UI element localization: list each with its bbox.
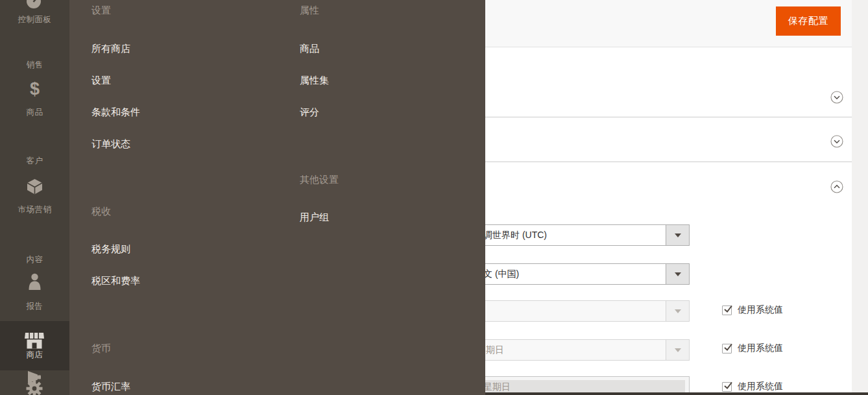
sidebar-item-dashboard[interactable]: 控制面板 [0,0,69,38]
flyout-item-customer-groups[interactable]: 用户组 [300,210,329,224]
chevron-up-icon[interactable] [830,180,843,193]
dropdown-arrow-icon[interactable] [666,301,689,321]
flyout-section-title-currency: 货币 [91,341,111,355]
scrollbar[interactable] [852,0,868,395]
sidebar-item-stores[interactable]: 商店 [0,321,69,370]
save-config-button[interactable]: 保存配置 [776,6,841,36]
use-system-value-row: 使用系统值 [722,305,783,315]
flyout-item-attribute-set[interactable]: 属性集 [300,73,329,88]
sidebar-item-sales[interactable]: $ 销售 [0,39,69,77]
use-system-value-row: 使用系统值 [722,343,783,353]
dropdown-arrow-icon[interactable] [666,225,689,245]
flyout-item-tax-rules[interactable]: 税务规则 [91,242,130,256]
dropdown-arrow-icon[interactable] [666,264,689,284]
flyout-section-title-other-settings: 其他设置 [300,173,339,187]
use-system-value-row: 使用系统值 [722,381,783,392]
sidebar-item-reports[interactable]: 报告 [0,283,69,320]
sidebar-item-system[interactable] [0,375,69,395]
sidebar-item-marketing[interactable]: 市场营销 [0,185,69,222]
flyout-section-title-settings: 设置 [91,3,111,18]
dropdown-arrow-icon[interactable] [666,340,689,360]
flyout-item-configuration[interactable]: 设置 [91,73,111,88]
flyout-item-all-stores[interactable]: 所有商店 [91,42,130,56]
sidebar-item-customers[interactable]: 客户 [0,136,69,174]
flyout-item-order-status[interactable]: 订单状态 [91,137,130,151]
use-system-value-checkbox[interactable] [722,305,732,315]
sidebar-item-content[interactable]: 内容 [0,233,69,271]
stores-flyout-menu: 设置 所有商店 设置 条款和条件 订单状态 税收 税务规则 税区和费率 货币 货… [69,0,485,395]
sidebar-item-products[interactable]: 商品 [0,88,69,125]
use-system-value-checkbox[interactable] [722,344,732,353]
flyout-item-tax-zones-and-rates[interactable]: 税区和费率 [91,274,140,288]
flyout-item-terms-and-conditions[interactable]: 条款和条件 [91,105,140,119]
flyout-item-currency-rates[interactable]: 货币汇率 [91,379,130,394]
flyout-section-title-taxes: 税收 [91,204,111,219]
gear-icon [25,379,43,395]
use-system-value-label: 使用系统值 [738,342,783,354]
chevron-down-icon[interactable] [830,135,843,148]
use-system-value-label: 使用系统值 [738,304,783,316]
use-system-value-label: 使用系统值 [738,381,783,392]
flyout-item-product[interactable]: 商品 [300,42,319,56]
flyout-item-rating[interactable]: 评分 [300,105,319,119]
use-system-value-checkbox[interactable] [722,382,732,392]
chevron-down-icon[interactable] [830,91,843,104]
flyout-section-title-attributes: 属性 [300,3,319,18]
admin-sidebar: 控制面板 $ 销售 商品 客户 市场营销 内容 [0,0,69,395]
dashboard-icon [25,0,42,12]
